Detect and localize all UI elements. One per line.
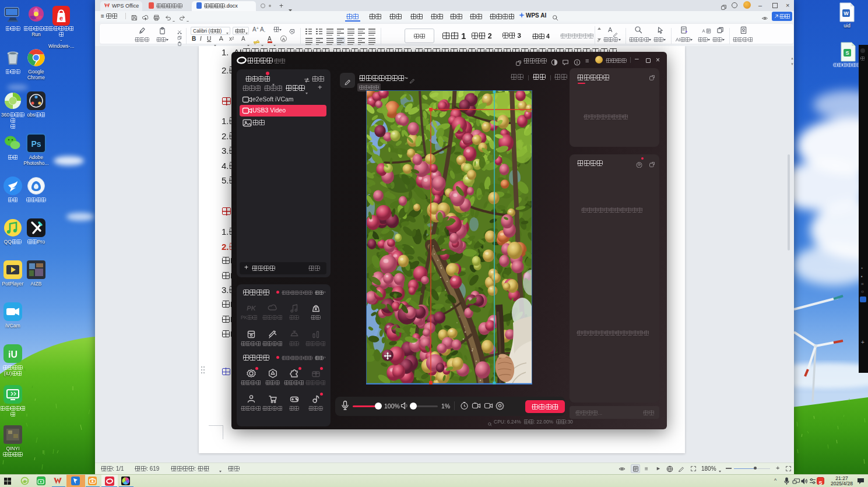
svg-text:Ps: Ps bbox=[31, 139, 41, 149]
svg-text:PK: PK bbox=[247, 305, 256, 312]
svg-text:e: e bbox=[59, 15, 63, 22]
svg-text:iU: iU bbox=[8, 350, 17, 359]
svg-text:e: e bbox=[23, 478, 26, 484]
svg-text:W: W bbox=[844, 10, 849, 16]
svg-text:S: S bbox=[818, 480, 822, 486]
svg-text:S: S bbox=[845, 50, 849, 56]
